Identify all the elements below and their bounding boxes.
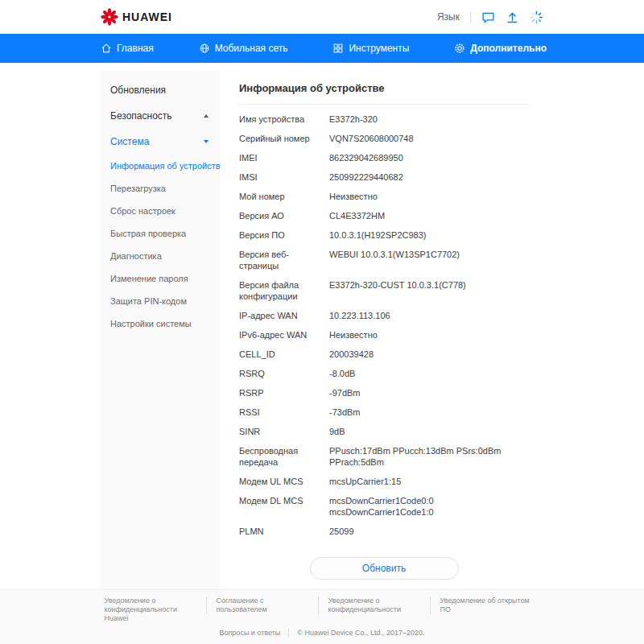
info-label: Версия ПО — [239, 229, 329, 241]
sidebar-item-system-settings[interactable]: Настройки системы — [101, 312, 220, 335]
table-row: Версия АО CL4E3372HM — [239, 206, 529, 225]
system-submenu: Информация об устройстве Перезагрузка Сб… — [101, 155, 220, 335]
device-info-list: Имя устройства E3372h-320 Серийный номер… — [239, 109, 529, 541]
sidebar: Обновления Безопасность Система Информац… — [101, 71, 220, 589]
info-value: 25099 — [329, 526, 526, 537]
info-label: Имя устройства — [239, 114, 329, 125]
table-row: IPv6-адрес WAN Неизвестно — [239, 325, 529, 345]
table-row: RSSI -73dBm — [239, 402, 529, 422]
sidebar-item-device-info[interactable]: Информация об устройстве — [101, 155, 220, 177]
main-nav: Главная Мобильная сеть Инст — [0, 34, 644, 63]
info-value: Неизвестно — [329, 191, 526, 202]
page-footer: Уведомление о конфиденциальности Huawei … — [0, 589, 644, 644]
device-info-panel: Информация об устройстве Имя устройства … — [220, 71, 543, 589]
chevron-up-icon — [204, 114, 208, 118]
info-label: Беспроводная передача — [239, 445, 329, 468]
info-label: PLMN — [239, 526, 329, 537]
info-value: -73dBm — [329, 407, 526, 418]
info-label: IMEI — [239, 152, 329, 163]
footer-divider — [288, 629, 289, 637]
info-value: 10.223.113.106 — [329, 310, 526, 321]
page-title: Информация об устройстве — [239, 82, 529, 105]
gear-icon — [454, 43, 465, 54]
upload-icon[interactable] — [506, 10, 519, 24]
table-row: IMEI 862329042689950 — [239, 148, 529, 167]
home-icon — [101, 43, 112, 54]
footer-link-faq[interactable]: Вопросы и ответы — [219, 629, 280, 637]
page-body: Обновления Безопасность Система Информац… — [0, 63, 644, 589]
sidebar-item-label: Безопасность — [110, 110, 172, 122]
table-row: Версия файла конфигурации E3372h-320-CUS… — [239, 275, 529, 306]
sidebar-item-change-password[interactable]: Изменение пароля — [101, 267, 220, 290]
nav-item-tools[interactable]: Инструменты — [332, 43, 409, 54]
info-value: mcsDownCarrier1Code0:0 mcsDownCarrier1Co… — [329, 495, 526, 518]
nav-item-advanced[interactable]: Дополнительно — [454, 43, 547, 54]
info-label: Модем DL MCS — [239, 495, 329, 518]
table-row: RSRQ -8.0dB — [239, 364, 529, 383]
info-value: 9dB — [329, 426, 526, 437]
info-value: -8.0dB — [329, 368, 526, 379]
info-label: SINR — [239, 426, 329, 437]
table-row: SINR 9dB — [239, 422, 529, 441]
nav-label: Инструменты — [349, 43, 409, 54]
table-row: PLMN 25099 — [239, 522, 529, 541]
footer-link-privacy-notice[interactable]: Уведомление о конфиденциальности — [318, 597, 430, 614]
info-label: CELL_ID — [239, 349, 329, 360]
table-row: IMSI 250992229440682 — [239, 167, 529, 187]
table-row: Беспроводная передача PPusch:17dBm PPucc… — [239, 441, 529, 472]
info-label: Версия файла конфигурации — [239, 279, 329, 302]
sidebar-item-label: Обновления — [110, 85, 166, 96]
sidebar-item-pin-protection[interactable]: Защита PIN-кодом — [101, 290, 220, 312]
table-row: Серийный номер VQN7S20608000748 — [239, 129, 529, 148]
table-row: Версия веб-страницы WEBUI 10.0.3.1(W13SP… — [239, 245, 529, 275]
message-icon[interactable] — [481, 10, 495, 24]
info-label: Версия веб-страницы — [239, 249, 329, 271]
globe-icon — [199, 43, 210, 54]
info-label: IP-адрес WAN — [239, 310, 329, 321]
sidebar-item-quick-check[interactable]: Быстрая проверка — [101, 222, 220, 245]
huawei-logo: HUAWEI — [101, 8, 172, 26]
info-value: VQN7S20608000748 — [329, 133, 526, 144]
info-label: RSRP — [239, 387, 329, 398]
info-label: RSRQ — [239, 368, 329, 379]
info-label: RSSI — [239, 407, 329, 418]
copyright-text: © Huawei Device Co., Ltd., 2017–2020. — [297, 629, 424, 637]
nav-label: Главная — [117, 43, 154, 54]
brand-name: HUAWEI — [122, 10, 172, 23]
sidebar-item-updates[interactable]: Обновления — [101, 77, 220, 103]
table-row: RSRP -97dBm — [239, 383, 529, 402]
info-value: 862329042689950 — [329, 152, 526, 163]
info-value: PPusch:17dBm PPucch:13dBm PSrs:0dBm PPra… — [329, 445, 526, 468]
sidebar-item-label: Система — [110, 136, 149, 147]
loading-spinner-icon[interactable] — [530, 10, 543, 24]
refresh-button[interactable]: Обновить — [310, 557, 459, 580]
nav-item-mobile-network[interactable]: Мобильная сеть — [199, 43, 288, 54]
info-value: E3372h-320-CUST 10.0.3.1(C778) — [329, 279, 526, 302]
sidebar-item-diagnostics[interactable]: Диагностика — [101, 245, 220, 267]
sidebar-item-system[interactable]: Система — [101, 129, 220, 155]
info-value: -97dBm — [329, 387, 526, 398]
info-label: Версия АО — [239, 210, 329, 221]
info-value: 10.0.3.1(H192SP2C983) — [329, 229, 526, 241]
footer-link-open-source[interactable]: Уведомление об открытом ПО — [430, 597, 542, 614]
nav-item-home[interactable]: Главная — [101, 43, 154, 54]
sidebar-item-reboot[interactable]: Перезагрузка — [101, 177, 220, 200]
language-button[interactable]: Язык — [437, 11, 460, 23]
info-value: mcsUpCarrier1:15 — [329, 476, 526, 487]
sidebar-item-security[interactable]: Безопасность — [101, 103, 220, 129]
footer-link-privacy-huawei[interactable]: Уведомление о конфиденциальности Huawei — [103, 597, 206, 623]
info-value: 250992229440682 — [329, 171, 526, 183]
info-value: CL4E3372HM — [329, 210, 526, 221]
footer-link-user-agreement[interactable]: Соглашение с пользователем — [206, 597, 318, 614]
table-row: CELL_ID 200039428 — [239, 345, 529, 364]
info-label: IPv6-адрес WAN — [239, 329, 329, 341]
table-row: Мой номер Неизвестно — [239, 187, 529, 206]
header-divider — [470, 12, 471, 23]
sidebar-item-reset[interactable]: Сброс настроек — [101, 200, 220, 222]
info-value: Неизвестно — [329, 329, 526, 341]
top-header: HUAWEI Язык — [0, 0, 644, 34]
info-label: IMSI — [239, 171, 329, 183]
table-row: Имя устройства E3372h-320 — [239, 109, 529, 129]
table-row: Модем DL MCS mcsDownCarrier1Code0:0 mcsD… — [239, 491, 529, 522]
nav-label: Дополнительно — [470, 43, 547, 54]
